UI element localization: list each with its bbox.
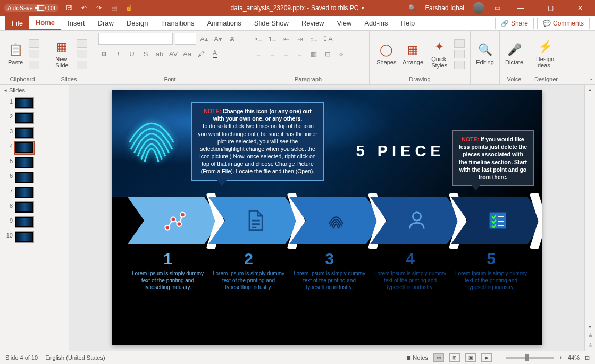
tab-design[interactable]: Design — [120, 16, 154, 30]
step-1-number[interactable]: 1 — [132, 250, 204, 268]
increase-font-button[interactable]: A▴ — [198, 33, 210, 45]
step-3-number[interactable]: 3 — [294, 250, 366, 268]
tab-addins[interactable]: Add-ins — [358, 16, 394, 30]
tab-insert[interactable]: Insert — [61, 16, 91, 30]
timeline[interactable] — [128, 197, 532, 250]
prev-slide-button[interactable]: ≜ — [585, 332, 595, 341]
slide-thumbnail-4[interactable]: 4 — [0, 140, 69, 155]
collapse-ribbon-button[interactable]: ⌃ — [589, 78, 593, 83]
step-4-number[interactable]: 4 — [374, 250, 447, 268]
line-spacing-button[interactable]: ↕≡ — [308, 33, 320, 45]
fit-to-window-button[interactable]: ⊡ — [585, 354, 590, 361]
dictate-button[interactable]: 🎤Dictate — [505, 43, 523, 65]
slide[interactable]: 5 PIECE TI NOTE: Change this icon (or an… — [112, 90, 542, 345]
numbering-button[interactable]: 1≡ — [266, 33, 278, 45]
section-button[interactable] — [77, 61, 87, 69]
scroll-up-button[interactable]: ▴ — [585, 85, 595, 95]
shape-effects-button[interactable] — [454, 61, 465, 69]
slide-thumbnail-10[interactable]: 10 — [0, 230, 69, 244]
autosave-toggle[interactable]: AutoSave Off — [4, 4, 58, 12]
shape-fill-button[interactable] — [454, 39, 465, 48]
decrease-font-button[interactable]: A▾ — [212, 33, 224, 45]
slide-thumbnail-9[interactable]: 9 — [0, 215, 69, 230]
undo-icon[interactable]: ↶ — [80, 4, 88, 12]
arrange-button[interactable]: ▦Arrange — [401, 43, 425, 65]
touch-icon[interactable]: ☝ — [124, 4, 133, 12]
zoom-slider[interactable] — [506, 357, 554, 359]
chevron-2[interactable] — [208, 197, 302, 244]
layout-button[interactable] — [77, 39, 87, 48]
slides-header[interactable]: Slides — [0, 85, 69, 96]
chevron-1[interactable] — [128, 197, 221, 244]
step-5-number[interactable]: 5 — [455, 250, 527, 268]
callout-icon-note[interactable]: NOTE: Change this icon (or any one) out … — [191, 102, 324, 181]
tab-slideshow[interactable]: Slide Show — [248, 16, 295, 30]
justify-button[interactable]: ≡ — [294, 48, 306, 60]
text-direction-button[interactable]: ↧A — [322, 33, 333, 45]
paste-button[interactable]: 📋Paste — [5, 43, 26, 65]
zoom-level[interactable]: 44% — [568, 354, 580, 361]
slide-counter[interactable]: Slide 4 of 10 — [5, 354, 38, 361]
present-icon[interactable]: ▤ — [110, 4, 118, 12]
tab-review[interactable]: Review — [295, 16, 331, 30]
save-status[interactable]: Saved to this PC — [311, 4, 358, 12]
align-left-button[interactable]: ≡ — [253, 48, 264, 60]
chevron-3[interactable] — [289, 197, 383, 244]
notes-button[interactable]: ≣ Notes — [406, 354, 428, 361]
user-name[interactable]: Farshad Iqbal — [425, 4, 464, 12]
step-2-text[interactable]: Lorem Ipsum is simply dummy text of the … — [213, 270, 285, 291]
align-right-button[interactable]: ≡ — [280, 48, 292, 60]
slide-thumbnail-2[interactable]: 2 — [0, 111, 69, 125]
slide-thumbnail-6[interactable]: 6 — [0, 170, 69, 185]
cut-button[interactable] — [29, 39, 39, 48]
step-3-text[interactable]: Lorem Ipsum is simply dummy text of the … — [294, 270, 366, 291]
user-avatar[interactable] — [473, 2, 484, 14]
slide-thumbnail-3[interactable]: 3 — [0, 125, 69, 140]
zoom-in-button[interactable]: + — [559, 354, 563, 361]
shapes-button[interactable]: ◯Shapes — [375, 43, 398, 65]
tab-view[interactable]: View — [331, 16, 358, 30]
reset-button[interactable] — [77, 50, 87, 58]
zoom-out-button[interactable]: − — [497, 354, 500, 361]
callout-delete-note[interactable]: NOTE: If you would like less points just… — [452, 130, 534, 186]
slide-thumbnail-5[interactable]: 5 — [0, 155, 69, 170]
maximize-button[interactable]: ▢ — [540, 4, 561, 12]
highlight-button[interactable]: 🖍 — [195, 48, 207, 60]
underline-button[interactable]: U — [126, 48, 138, 60]
spacing-button[interactable]: AV — [167, 48, 179, 60]
tab-transitions[interactable]: Transitions — [154, 16, 200, 30]
copy-button[interactable] — [29, 50, 39, 58]
redo-icon[interactable]: ↷ — [95, 4, 103, 12]
language-status[interactable]: English (United States) — [45, 354, 105, 361]
tab-home[interactable]: Home — [29, 16, 61, 30]
strike-button[interactable]: S — [140, 48, 152, 60]
vertical-scrollbar[interactable]: ▴ ▾ ≜ ≟ — [584, 85, 595, 351]
italic-button[interactable]: I — [112, 48, 124, 60]
normal-view-button[interactable]: ▭ — [433, 353, 444, 362]
new-slide-button[interactable]: ▦New Slide — [51, 40, 73, 69]
step-4-text[interactable]: Lorem Ipsum is simply dummy text of the … — [374, 270, 447, 291]
shape-outline-button[interactable] — [454, 50, 465, 58]
chevron-4[interactable] — [370, 197, 464, 244]
tab-file[interactable]: File — [5, 16, 29, 30]
design-ideas-button[interactable]: ⚡Design Ideas — [534, 40, 556, 69]
align-center-button[interactable]: ≡ — [266, 48, 278, 60]
step-2-number[interactable]: 2 — [213, 250, 285, 268]
font-family-select[interactable] — [98, 33, 173, 45]
tab-help[interactable]: Help — [395, 16, 422, 30]
next-slide-button[interactable]: ≟ — [585, 341, 595, 351]
indent-inc-button[interactable]: ⇥ — [294, 33, 306, 45]
sorter-view-button[interactable]: ⊞ — [449, 353, 460, 362]
comments-button[interactable]: 💬Comments — [537, 18, 590, 29]
case-button[interactable]: Aa — [181, 48, 193, 60]
chevron-5[interactable] — [451, 197, 542, 244]
step-5-text[interactable]: Lorem Ipsum is simply dummy text of the … — [455, 270, 527, 291]
search-icon[interactable]: 🔍 — [408, 4, 417, 12]
slide-canvas-area[interactable]: 5 PIECE TI NOTE: Change this icon (or an… — [69, 85, 584, 351]
smartart-button[interactable]: ⟐ — [336, 48, 347, 60]
indent-dec-button[interactable]: ⇤ — [280, 33, 292, 45]
clear-format-button[interactable]: A̷ — [226, 33, 238, 45]
shadow-button[interactable]: ab — [154, 48, 165, 60]
share-button[interactable]: 🔗Share — [495, 18, 534, 29]
font-color-button[interactable]: A — [209, 48, 221, 60]
